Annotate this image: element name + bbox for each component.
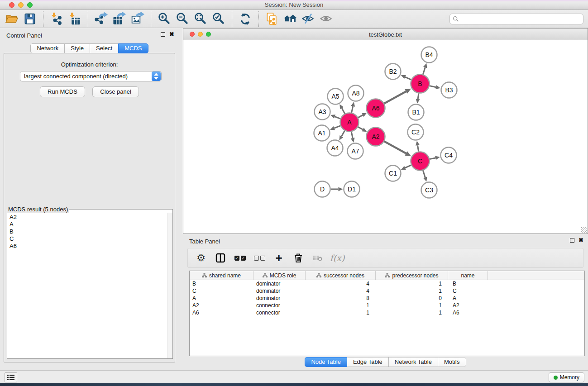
- tab-network-table[interactable]: Network Table: [388, 357, 438, 367]
- mcds-result-item[interactable]: A6: [10, 243, 167, 250]
- table-cell[interactable]: A6: [190, 309, 253, 316]
- node-A2[interactable]: A2: [367, 128, 385, 146]
- tab-node-table[interactable]: Node Table: [305, 357, 347, 367]
- node-A7[interactable]: A7: [348, 143, 363, 159]
- node-A6[interactable]: A6: [367, 99, 385, 118]
- node-C1[interactable]: C1: [385, 166, 401, 181]
- edge-A-A8[interactable]: [351, 102, 355, 113]
- open-session-homes-button[interactable]: [281, 11, 299, 27]
- close-panel-button[interactable]: Close panel: [92, 86, 139, 97]
- node-A[interactable]: A: [340, 113, 359, 132]
- tab-mcds[interactable]: MCDS: [118, 43, 148, 53]
- edge-B-B1[interactable]: [416, 93, 420, 103]
- node-C4[interactable]: C4: [441, 148, 457, 163]
- close-table-panel-icon[interactable]: ✖: [578, 238, 583, 243]
- run-mcds-button[interactable]: Run MCDS: [40, 86, 85, 97]
- edge-B-B3[interactable]: [430, 85, 440, 89]
- export-network-button[interactable]: [92, 11, 110, 27]
- node-A3[interactable]: A3: [315, 104, 330, 120]
- zoom-fit-button[interactable]: [191, 11, 210, 27]
- table-cell[interactable]: dominator: [253, 280, 306, 287]
- edge-C-C1[interactable]: [401, 165, 411, 170]
- float-panel-icon[interactable]: [161, 32, 165, 37]
- node-B2[interactable]: B2: [385, 64, 401, 80]
- table-row[interactable]: A6connector11A6: [190, 309, 584, 316]
- create-column-icon[interactable]: +: [273, 252, 285, 264]
- table-cell[interactable]: dominator: [253, 287, 306, 295]
- node-A8[interactable]: A8: [348, 86, 364, 101]
- edge-C-C2[interactable]: [416, 141, 420, 151]
- table-row[interactable]: Adominator80A: [190, 295, 584, 302]
- table-cell[interactable]: connector: [253, 309, 306, 316]
- mcds-result-item[interactable]: C: [10, 235, 167, 243]
- table-cell[interactable]: B: [448, 280, 488, 287]
- table-cell[interactable]: A2: [448, 302, 488, 309]
- table-cell[interactable]: 1: [376, 309, 448, 316]
- table-cell[interactable]: 1: [376, 280, 448, 287]
- optimization-criterion-dropdown[interactable]: largest connected component (directed): [20, 71, 162, 81]
- mcds-result-item[interactable]: A: [10, 221, 167, 228]
- memory-button[interactable]: Memory: [549, 372, 584, 382]
- import-network-button[interactable]: [48, 11, 66, 27]
- select-all-columns-icon[interactable]: ✓✓: [234, 252, 246, 264]
- window-resize-grip[interactable]: [581, 227, 587, 233]
- refresh-button[interactable]: [236, 11, 254, 27]
- close-panel-icon[interactable]: ✖: [169, 32, 174, 37]
- table-cell[interactable]: A: [190, 295, 253, 302]
- table-cell[interactable]: B: [190, 280, 253, 287]
- edge-A-A7[interactable]: [351, 132, 355, 143]
- node-B4[interactable]: B4: [421, 47, 437, 63]
- edge-A2-C[interactable]: [384, 141, 411, 156]
- hide-graphics-button[interactable]: [299, 11, 317, 27]
- table-cell[interactable]: 0: [376, 295, 448, 302]
- column-header-predecessor-nodes[interactable]: predecessor nodes: [376, 271, 448, 280]
- deselect-all-columns-icon[interactable]: [253, 252, 265, 264]
- export-image-button[interactable]: [129, 11, 147, 27]
- edge-A-A3[interactable]: [330, 114, 340, 119]
- edge-A-A2[interactable]: [358, 127, 367, 132]
- table-cell[interactable]: 8: [306, 295, 376, 302]
- delete-columns-icon[interactable]: [292, 252, 304, 264]
- show-column-dialog-icon[interactable]: [215, 252, 226, 264]
- table-cell[interactable]: C: [190, 287, 253, 295]
- table-cell[interactable]: A6: [448, 309, 488, 316]
- column-header-shared-name[interactable]: shared name: [190, 271, 253, 280]
- table-row[interactable]: Cdominator41C: [190, 287, 584, 295]
- edge-A-A1[interactable]: [330, 126, 340, 130]
- network-canvas[interactable]: B4B2BB3A8A5A6A3B1AC2A1A2A4A7C4CC1C3DD1: [183, 40, 588, 234]
- mcds-result-item[interactable]: B: [10, 228, 167, 235]
- edge-A6-B[interactable]: [384, 89, 411, 104]
- node-D[interactable]: D: [315, 181, 330, 197]
- edge-C-C4[interactable]: [430, 156, 440, 160]
- float-table-panel-icon[interactable]: [570, 238, 574, 243]
- tab-network[interactable]: Network: [30, 43, 65, 53]
- network-window-titlebar[interactable]: testGlobe.txt: [183, 29, 588, 40]
- node-B[interactable]: B: [411, 75, 430, 93]
- edge-C-C3[interactable]: [423, 171, 427, 182]
- tab-motifs[interactable]: Motifs: [438, 357, 466, 367]
- table-cell[interactable]: 1: [306, 309, 376, 316]
- import-table-button[interactable]: [66, 11, 84, 27]
- save-session-button[interactable]: [21, 11, 39, 27]
- mcds-result-item[interactable]: A2: [10, 214, 167, 221]
- search-input[interactable]: [461, 14, 583, 24]
- node-D1[interactable]: D1: [344, 181, 360, 197]
- column-header-successor-nodes[interactable]: successor nodes: [306, 271, 376, 280]
- table-cell[interactable]: 4: [306, 280, 376, 287]
- edge-A-A4[interactable]: [339, 131, 345, 140]
- zoom-in-button[interactable]: [155, 11, 173, 27]
- table-cell[interactable]: A2: [190, 302, 253, 309]
- edge-B-B2[interactable]: [401, 75, 411, 80]
- node-C[interactable]: C: [411, 152, 430, 171]
- node-B3[interactable]: B3: [441, 82, 457, 98]
- task-history-button[interactable]: [5, 372, 17, 382]
- zoom-selected-button[interactable]: [210, 11, 228, 27]
- zoom-out-button[interactable]: [173, 11, 191, 27]
- table-cell[interactable]: A: [448, 295, 488, 302]
- table-cell[interactable]: 1: [306, 302, 376, 309]
- table-cell[interactable]: dominator: [253, 295, 306, 302]
- node-B1[interactable]: B1: [408, 105, 424, 120]
- node-A5[interactable]: A5: [328, 89, 344, 105]
- table-row[interactable]: Bdominator41B: [190, 280, 584, 287]
- tab-edge-table[interactable]: Edge Table: [347, 357, 389, 367]
